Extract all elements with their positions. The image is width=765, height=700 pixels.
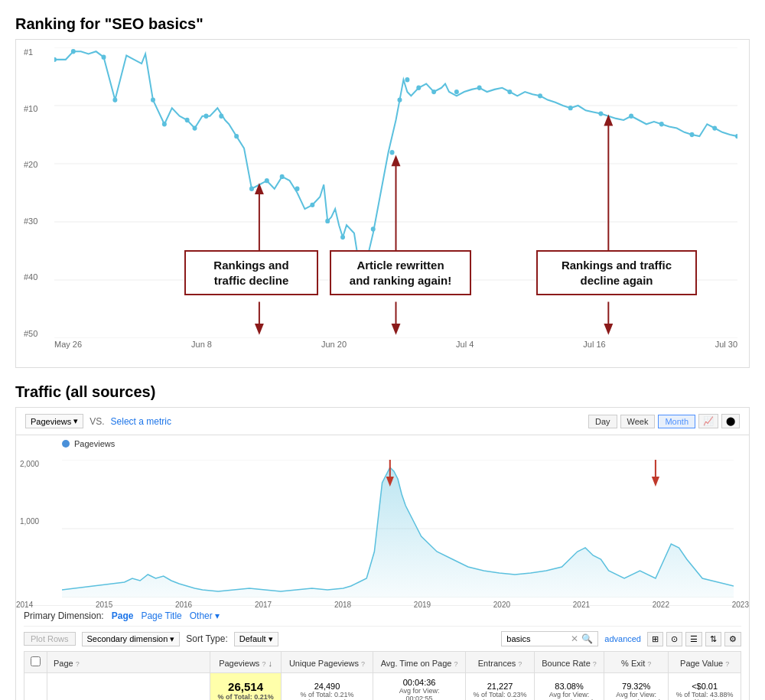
th-avgtime-help[interactable]: ? (454, 660, 457, 668)
th-pagevalue: Page Value ? (669, 652, 741, 673)
th-pagevalue-help[interactable]: ? (725, 660, 729, 668)
day-btn[interactable]: Day (588, 415, 617, 428)
svg-point-35 (568, 106, 573, 110)
table-view-icon[interactable]: ⊞ (647, 632, 663, 646)
svg-point-40 (712, 125, 717, 130)
secondary-dimension-dropdown[interactable]: Secondary dimension ▾ (82, 632, 181, 646)
dimension-page-title-link[interactable]: Page Title (141, 610, 181, 621)
svg-point-34 (538, 93, 542, 98)
y-axis: #1 #10 #20 #30 #40 #50 (24, 47, 37, 338)
th-entrances-help[interactable]: ? (518, 660, 522, 668)
summary-unique-pct: % of Total: 0.21% (288, 691, 366, 698)
toolbar-row: Plot Rows Secondary dimension ▾ Sort Typ… (24, 626, 741, 651)
pie-view-icon[interactable]: ⊙ (666, 632, 682, 646)
select-metric-link[interactable]: Select a metric (111, 416, 171, 427)
plot-rows-button[interactable]: Plot Rows (24, 632, 76, 646)
svg-point-15 (219, 114, 223, 119)
dimension-other-dropdown[interactable]: Other ▾ (190, 610, 220, 621)
summary-pagevalue-value: <$0.01 (692, 682, 718, 691)
select-all-checkbox[interactable] (31, 656, 41, 666)
clear-search-icon[interactable]: ✕ (571, 633, 578, 644)
x-label-jul4: Jul 4 (456, 340, 474, 349)
ranking-section: Ranking for "SEO basics" #1 #10 #20 #30 … (15, 15, 750, 368)
traffic-x-2023: 2023 (732, 601, 749, 609)
traffic-chart-area: 2,000 1,000 (16, 452, 749, 605)
svg-point-31 (454, 90, 459, 94)
traffic-x-2021: 2021 (573, 601, 590, 609)
list-view-icon[interactable]: ☰ (685, 632, 702, 646)
svg-point-21 (310, 203, 314, 207)
traffic-title: Traffic (all sources) (15, 383, 750, 401)
data-table: Page ? Pageviews ? ↓ Unique Pageviews ? (24, 651, 741, 700)
summary-entrances-value: 21,227 (487, 682, 513, 691)
summary-avgtime-cell: 00:04:36 Avg for View: 00:02:55 (57.40%) (373, 673, 465, 701)
search-input[interactable] (506, 634, 568, 643)
search-icon[interactable]: 🔍 (581, 633, 593, 644)
sort-view-icon[interactable]: ⇅ (705, 632, 721, 646)
svg-marker-51 (604, 115, 613, 126)
y-label-1000: 1,000 (20, 517, 39, 526)
th-page-help[interactable]: ? (76, 660, 80, 668)
traffic-x-axis: 2014 2015 2016 2017 2018 2019 2020 2021 … (16, 601, 749, 609)
summary-unique-value: 24,490 (314, 682, 340, 691)
th-pageviews-label: Pageviews (219, 659, 262, 668)
summary-entrances-cell: 21,227 % of Total: 0.23% (9,386,465) (466, 673, 535, 701)
summary-exit-value: 79.32% (622, 682, 650, 691)
svg-point-38 (659, 122, 664, 126)
search-box[interactable]: ✕ 🔍 (501, 631, 598, 646)
svg-marker-43 (255, 183, 264, 194)
svg-point-16 (234, 134, 239, 138)
th-unique: Unique Pageviews ? (282, 652, 373, 673)
svg-point-17 (249, 187, 254, 191)
svg-point-10 (151, 97, 155, 102)
svg-point-27 (397, 97, 402, 102)
y-label-2000: 2,000 (20, 460, 39, 468)
svg-point-9 (112, 97, 117, 102)
month-btn[interactable]: Month (658, 415, 695, 428)
dimension-page-link[interactable]: Page (112, 610, 134, 621)
settings-icon[interactable]: ⚙ (724, 632, 741, 646)
svg-point-41 (735, 134, 737, 138)
svg-marker-53 (604, 324, 613, 335)
annotation-box-1: Rankings and traffic decline (184, 250, 318, 295)
th-entrances: Entrances ? (466, 652, 535, 673)
traffic-x-2018: 2018 (334, 601, 351, 609)
traffic-controls-right: Day Week Month 📈 ⬤ (588, 414, 740, 428)
svg-point-30 (431, 90, 436, 94)
traffic-x-2022: 2022 (653, 601, 669, 609)
th-unique-help[interactable]: ? (361, 660, 365, 668)
sort-arrow: ▾ (269, 634, 273, 644)
th-bounce-help[interactable]: ? (593, 660, 597, 668)
advanced-link[interactable]: advanced (604, 634, 641, 643)
summary-pageviews-value: 26,514 (228, 680, 263, 693)
y-label-1: #1 (24, 47, 37, 57)
svg-point-36 (598, 111, 603, 116)
line-chart-icon[interactable]: 📈 (698, 414, 718, 428)
summary-avgtime-view: 00:02:55 (379, 695, 459, 700)
summary-bounce-avg-label: Avg for View: (541, 691, 597, 698)
sort-default-dropdown[interactable]: Default ▾ (234, 632, 278, 646)
th-pagevalue-label: Page Value (680, 659, 725, 668)
svg-point-11 (162, 122, 167, 126)
pageviews-dropdown[interactable]: Pageviews ▾ (25, 414, 83, 428)
traffic-legend: Pageviews (16, 435, 749, 452)
th-pageviews-help[interactable]: ? (262, 660, 265, 668)
summary-exit-cell: 79.32% Avg for View: 72.87% (8.86%) (604, 673, 669, 701)
svg-marker-45 (255, 324, 264, 335)
y-label-10: #10 (24, 104, 37, 113)
th-exit-help[interactable]: ? (647, 660, 651, 668)
svg-point-22 (325, 219, 330, 223)
week-btn[interactable]: Week (620, 415, 656, 428)
annotation-box-3: Rankings and traffic decline again (536, 250, 697, 295)
th-pageviews: Pageviews ? ↓ (210, 652, 282, 673)
traffic-x-2016: 2016 (175, 601, 192, 609)
svg-point-37 (629, 114, 633, 119)
svg-point-39 (689, 132, 694, 137)
summary-pageviews-cell: 26,514 % of Total: 0.21% (12,881,606) (210, 673, 282, 701)
th-page: Page ? (47, 652, 210, 673)
th-pageviews-sort[interactable]: ↓ (268, 659, 272, 668)
pie-chart-icon[interactable]: ⬤ (721, 414, 740, 428)
summary-page-cell (47, 673, 210, 701)
th-bounce-label: Bounce Rate (542, 659, 593, 668)
summary-pageviews-pct: % of Total: 0.21% (216, 693, 275, 701)
